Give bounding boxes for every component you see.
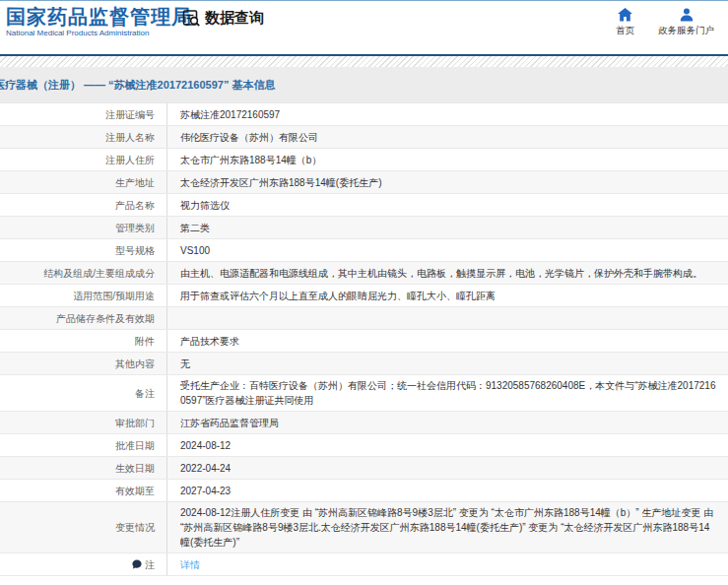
row-label: 附件 — [0, 330, 167, 352]
row-value: 2024-08-12注册人住所变更 由 “苏州高新区锦峰路8号9楼3层北” 变更… — [167, 502, 728, 552]
row-label: 审批部门 — [0, 412, 167, 433]
row-value: VS100 — [167, 239, 728, 261]
row-value: 受托生产企业：百特医疗设备（苏州）有限公司；统一社会信用代码：913205857… — [167, 375, 728, 411]
row-label: 管理类别 — [0, 217, 167, 238]
row-value: 苏械注准20172160597 — [167, 103, 728, 125]
row-value: 太仓经济开发区广州东路188号14幢(委托生产) — [167, 171, 728, 193]
table-row: 附件 产品技术要求 — [0, 330, 728, 353]
table-row: 生产地址 太仓经济开发区广州东路188号14幢(委托生产) — [0, 171, 728, 194]
table-row: 适用范围/预期用途 用于筛查或评估六个月以上直至成人的眼睛屈光力、瞳孔大小、瞳孔… — [0, 285, 728, 307]
table-row: 其他内容 无 — [0, 353, 728, 375]
row-value: 无 — [167, 353, 728, 374]
row-label: 产品名称 — [0, 194, 167, 216]
row-value: 2027-04-23 — [167, 480, 728, 501]
top-nav: 首页 政务服务门户 — [616, 8, 714, 37]
row-label: 有效期至 — [0, 480, 167, 501]
page-title: 医疗器械（注册） —— “苏械注准20172160597” 基本信息 — [0, 78, 275, 93]
table-row: 产品储存条件及有效期 — [0, 307, 728, 330]
row-value: 2024-08-12 — [167, 434, 728, 456]
row-label: 结构及组成/主要组成成分 — [0, 262, 167, 284]
row-label: 生效日期 — [0, 457, 167, 479]
details-link[interactable]: 详情 — [180, 557, 200, 572]
page-header: 国家药品监督管理局 National Medical Products Admi… — [0, 1, 728, 54]
table-row: 产品名称 视力筛选仪 — [0, 194, 728, 217]
nmpa-detail-page: { "header": { "logo_title": "国家药品监督管理局",… — [0, 0, 728, 585]
nav-home-label: 首页 — [616, 25, 634, 37]
row-label: 适用范围/预期用途 — [0, 285, 167, 306]
title-band: 医疗器械（注册） —— “苏械注准20172160597” 基本信息 — [0, 67, 728, 102]
row-label: 注册人名称 — [0, 126, 167, 148]
row-value: 由主机、电源适配器和电源线组成，其中主机由镜头，电路板，触摸显示屏，电池，光学镜… — [167, 262, 728, 284]
note-label: 注 — [145, 557, 155, 572]
row-value: 视力筛选仪 — [167, 194, 728, 216]
nmpa-logo: 国家药品监督管理局 National Medical Products Admi… — [6, 5, 192, 38]
person-icon — [680, 8, 694, 22]
table-row: 有效期至 2027-04-23 — [0, 480, 728, 502]
table-row-note: 注 详情 — [0, 553, 728, 576]
row-value: 第二类 — [167, 217, 728, 238]
row-label: 产品储存条件及有效期 — [0, 307, 167, 329]
table-row: 注册人名称 伟伦医疗设备（苏州）有限公司 — [0, 126, 728, 149]
row-label: 型号规格 — [0, 239, 167, 261]
row-label: 注 — [0, 553, 167, 575]
row-label: 变更情况 — [0, 502, 167, 552]
row-label: 注册证编号 — [0, 103, 167, 125]
row-value: 产品技术要求 — [167, 330, 728, 352]
row-value: 江苏省药品监督管理局 — [167, 412, 728, 433]
table-row: 备注 受托生产企业：百特医疗设备（苏州）有限公司；统一社会信用代码：913205… — [0, 375, 728, 412]
table-row: 生效日期 2022-04-24 — [0, 457, 728, 480]
table-row: 注册人住所 太仓市广州东路188号14幢（b） — [0, 149, 728, 171]
row-value: 太仓市广州东路188号14幢（b） — [167, 149, 728, 170]
table-row: 变更情况 2024-08-12注册人住所变更 由 “苏州高新区锦峰路8号9楼3层… — [0, 502, 728, 553]
row-label: 注册人住所 — [0, 149, 167, 170]
table-row: 批准日期 2024-08-12 — [0, 434, 728, 457]
row-value — [167, 307, 728, 329]
hatch-strip — [0, 56, 728, 67]
row-value: 详情 — [167, 553, 728, 575]
note-icon — [132, 559, 142, 569]
nav-gov-portal[interactable]: 政务服务门户 — [658, 8, 714, 37]
row-label: 备注 — [0, 375, 167, 411]
row-label: 生产地址 — [0, 171, 167, 193]
data-query-tab[interactable]: 数据查询 — [182, 9, 264, 28]
table-row: 结构及组成/主要组成成分 由主机、电源适配器和电源线组成，其中主机由镜头，电路板… — [0, 262, 728, 285]
nav-home[interactable]: 首页 — [616, 8, 634, 37]
table-row: 管理类别 第二类 — [0, 217, 728, 239]
data-query-icon — [182, 9, 201, 28]
registration-detail-table: 注册证编号 苏械注准20172160597 注册人名称 伟伦医疗设备（苏州）有限… — [0, 102, 728, 576]
table-row: 注册证编号 苏械注准20172160597 — [0, 103, 728, 126]
row-label: 批准日期 — [0, 434, 167, 456]
table-row: 型号规格 VS100 — [0, 239, 728, 262]
logo-title: 国家药品监督管理局 — [6, 5, 192, 29]
row-value: 用于筛查或评估六个月以上直至成人的眼睛屈光力、瞳孔大小、瞳孔距离 — [167, 285, 728, 306]
home-icon — [618, 8, 632, 22]
row-value: 2022-04-24 — [167, 457, 728, 479]
logo-subtitle: National Medical Products Administration — [6, 29, 192, 38]
row-label: 其他内容 — [0, 353, 167, 374]
table-row: 审批部门 江苏省药品监督管理局 — [0, 412, 728, 434]
row-value: 伟伦医疗设备（苏州）有限公司 — [167, 126, 728, 148]
nav-gov-portal-label: 政务服务门户 — [658, 25, 714, 37]
data-query-label: 数据查询 — [205, 9, 264, 28]
